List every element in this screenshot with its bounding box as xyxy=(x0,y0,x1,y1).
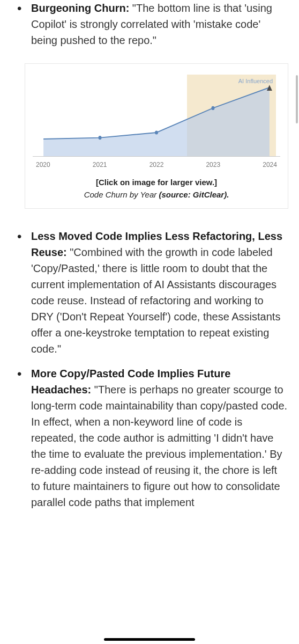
x-tick: 2020 xyxy=(36,160,50,171)
figure-click-hint: [Click on image for larger view.] xyxy=(33,177,280,189)
figure-container[interactable]: AI Influenced 2020 2021 2022 2023 2024 xyxy=(25,63,288,209)
list-item: Burgeoning Churn: "The bottom line is th… xyxy=(15,0,288,48)
bullet-body: "Combined with the growth in code labele… xyxy=(31,246,280,355)
chart[interactable]: AI Influenced 2020 2021 2022 2023 2024 xyxy=(33,75,280,171)
chart-x-axis: 2020 2021 2022 2023 2024 xyxy=(33,156,280,171)
caption-title: Code Churn by Year xyxy=(84,190,159,199)
x-tick: 2021 xyxy=(93,160,107,171)
bullet-list: Burgeoning Churn: "The bottom line is th… xyxy=(15,0,288,510)
article-body: Burgeoning Churn: "The bottom line is th… xyxy=(0,0,299,510)
scroll-indicator[interactable] xyxy=(296,75,298,123)
caption-source-open: (source: xyxy=(159,190,192,199)
figure-caption-line: Code Churn by Year (source: GitClear). xyxy=(33,189,280,201)
caption-source: GitClear xyxy=(193,190,224,199)
list-item: Less Moved Code Implies Less Refactoring… xyxy=(15,228,288,357)
svg-point-2 xyxy=(211,106,214,110)
figure-caption: [Click on image for larger view.] Code C… xyxy=(33,177,280,201)
caption-source-close: ). xyxy=(224,190,229,199)
bullet-body: "There is perhaps no greater scourge to … xyxy=(31,384,287,508)
list-item: More Copy/Pasted Code Implies Future Hea… xyxy=(15,365,288,510)
svg-point-1 xyxy=(155,130,158,134)
bullet-heading: Burgeoning Churn: xyxy=(31,2,129,14)
ai-influenced-label: AI Influenced xyxy=(238,77,273,86)
svg-point-0 xyxy=(99,136,102,140)
x-tick: 2023 xyxy=(206,160,220,171)
x-tick: 2024 xyxy=(263,160,277,171)
x-tick: 2022 xyxy=(150,160,164,171)
